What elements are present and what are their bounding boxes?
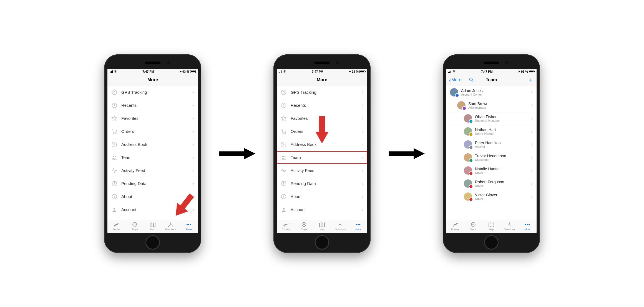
star-icon <box>281 115 287 121</box>
tab-more[interactable]: More <box>519 220 537 233</box>
label: Activity Feed <box>291 168 315 173</box>
more-menu-list[interactable]: GPS Tracking› Recents› Favorites› Orders… <box>277 86 367 220</box>
menu-address-book[interactable]: Address Book› <box>277 138 367 151</box>
menu-team[interactable]: Team› <box>107 151 198 164</box>
tab-stops[interactable]: Stops <box>295 220 313 233</box>
menu-about[interactable]: About› <box>107 190 198 203</box>
menu-orders[interactable]: Orders› <box>277 125 367 138</box>
home-button[interactable] <box>315 235 329 250</box>
back-button[interactable]: ‹ More <box>449 74 461 86</box>
menu-about[interactable]: About› <box>277 190 367 203</box>
label: Orders <box>121 129 134 134</box>
svg-point-17 <box>281 90 286 95</box>
recents-icon <box>281 102 287 108</box>
more-menu-list[interactable]: GPS Tracking› Recents› Favorites› Orders… <box>107 86 198 220</box>
menu-favorites[interactable]: Favorites› <box>107 112 198 125</box>
role-badge-icon <box>469 132 473 136</box>
search-button[interactable] <box>469 74 474 86</box>
menu-account[interactable]: Account› <box>277 203 367 216</box>
add-button[interactable]: ＋ <box>527 74 533 86</box>
battery-pct: 93 % <box>182 70 189 73</box>
menu-account[interactable]: Account› <box>107 203 198 216</box>
label: Stops <box>301 228 307 231</box>
wifi-icon <box>452 70 456 73</box>
nav-bar: More <box>107 74 198 86</box>
team-member-row[interactable]: Trevor HendersonDispatcher› <box>446 151 537 164</box>
signal-icon <box>448 70 451 73</box>
menu-activity-feed[interactable]: Activity Feed› <box>277 164 367 177</box>
label: More <box>355 228 361 231</box>
label: Map <box>320 228 324 231</box>
chevron-right-icon: › <box>362 115 363 121</box>
menu-recents[interactable]: Recents› <box>277 99 367 112</box>
team-member-row[interactable]: Adam JonesAccount Owner› <box>446 86 537 99</box>
svg-point-3 <box>115 133 116 134</box>
chevron-right-icon: › <box>531 181 533 186</box>
team-member-row[interactable]: Robert FergusonDriver› <box>446 177 537 190</box>
menu-favorites[interactable]: Favorites› <box>277 112 367 125</box>
avatar <box>464 179 472 188</box>
tab-routes[interactable]: Routes <box>446 220 464 233</box>
svg-point-2 <box>113 133 114 134</box>
tab-directions[interactable]: Directions <box>162 220 180 233</box>
tab-map[interactable]: Map <box>482 220 500 233</box>
tab-map[interactable]: Map <box>144 220 162 233</box>
label: Activity Feed <box>121 168 145 173</box>
member-name: Sam Brown <box>468 102 488 106</box>
team-member-row[interactable]: Natalie HunterDriver› <box>446 164 537 177</box>
svg-point-6 <box>113 156 115 157</box>
menu-activity-feed[interactable]: Activity Feed› <box>107 164 198 177</box>
member-role: Account Owner <box>461 93 483 96</box>
tab-stops[interactable]: Stops <box>464 220 482 233</box>
menu-pending-data[interactable]: Pending Data› <box>277 177 367 190</box>
svg-point-37 <box>473 224 474 225</box>
team-member-row[interactable]: Victor GloverDriver› <box>446 190 537 203</box>
menu-orders[interactable]: Orders› <box>107 125 198 138</box>
svg-rect-4 <box>112 142 117 147</box>
chevron-right-icon: › <box>192 181 194 186</box>
team-member-row[interactable]: Peter HamiltonAnalyst› <box>446 138 537 151</box>
tab-more[interactable]: More <box>180 220 198 233</box>
menu-team[interactable]: Team› <box>277 151 367 164</box>
tab-bar: Routes Stops Map Directions More <box>277 220 367 233</box>
svg-point-13 <box>134 224 135 225</box>
menu-pending-data[interactable]: Pending Data› <box>107 177 198 190</box>
avatar <box>464 114 472 123</box>
tab-directions[interactable]: Directions <box>331 220 349 233</box>
svg-point-22 <box>283 144 284 145</box>
tab-routes[interactable]: Routes <box>107 220 125 233</box>
svg-point-5 <box>114 144 115 145</box>
svg-point-15 <box>188 224 189 225</box>
label: Pending Data <box>121 181 147 186</box>
tab-directions[interactable]: Directions <box>500 220 519 233</box>
label: Directions <box>504 228 515 231</box>
menu-gps-tracking[interactable]: GPS Tracking› <box>107 86 198 99</box>
home-button[interactable] <box>484 235 499 250</box>
tab-stops[interactable]: Stops <box>125 220 144 233</box>
team-member-row[interactable]: Sam BrownAdministrator› <box>446 99 537 112</box>
menu-gps-tracking[interactable]: GPS Tracking› <box>277 86 367 99</box>
member-role: Driver <box>475 184 504 187</box>
tab-routes[interactable]: Routes <box>277 220 295 233</box>
label: GPS Tracking <box>291 90 316 95</box>
team-tree[interactable]: Adam JonesAccount Owner›Sam BrownAdminis… <box>446 86 537 220</box>
home-button[interactable] <box>145 235 160 250</box>
tab-more[interactable]: More <box>349 220 367 233</box>
role-badge-icon <box>469 119 473 123</box>
team-member-row[interactable]: Olivia FisherRegional Manager› <box>446 112 537 125</box>
label: Routes <box>451 228 459 231</box>
team-member-row[interactable]: Nathan HartRoute Planner› <box>446 125 537 138</box>
cart-icon <box>111 128 117 135</box>
member-role: Regional Manager <box>475 119 500 122</box>
label: Map <box>489 228 494 231</box>
nav-bar: ‹ More Team ＋ <box>446 74 537 86</box>
team-icon <box>111 154 117 161</box>
svg-point-38 <box>525 224 526 225</box>
menu-address-book[interactable]: Address Book› <box>107 138 198 151</box>
svg-point-20 <box>285 133 286 134</box>
menu-recents[interactable]: Recents› <box>107 99 198 112</box>
tab-map[interactable]: Map <box>313 220 331 233</box>
chevron-left-icon: ‹ <box>449 77 451 83</box>
upload-icon <box>111 181 117 187</box>
phone-frame-1: 7:47 PM ➤ 93 % More GPS Tracking› Recent… <box>104 54 201 253</box>
